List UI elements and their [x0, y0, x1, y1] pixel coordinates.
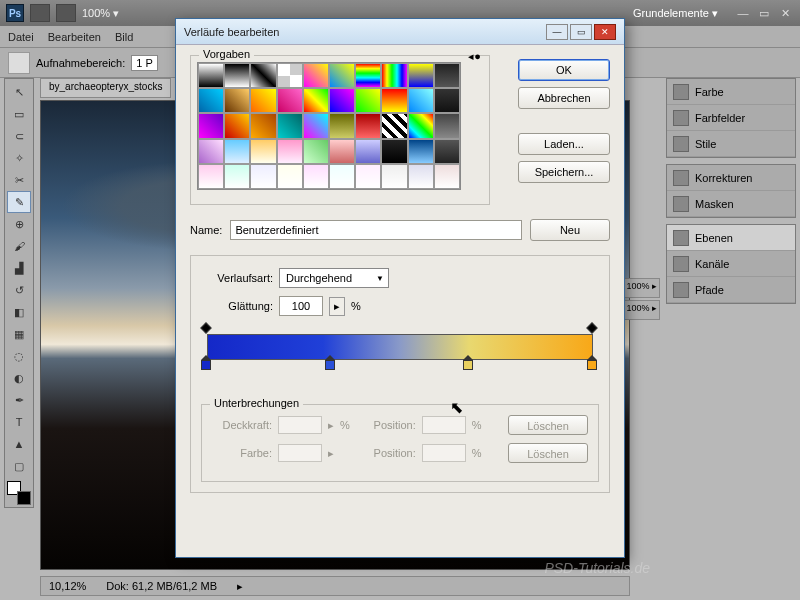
cancel-button[interactable]: Abbrechen — [518, 87, 610, 109]
gradient-preset[interactable] — [250, 139, 276, 164]
minimize-button[interactable]: — — [736, 7, 750, 19]
menu-edit[interactable]: Bearbeiten — [48, 31, 101, 43]
gradient-preset[interactable] — [303, 113, 329, 138]
gradient-preset[interactable] — [408, 164, 434, 189]
doc-info[interactable]: Dok: 61,2 MB/61,2 MB — [106, 580, 217, 592]
status-arrow-icon[interactable]: ▸ — [237, 580, 243, 593]
menu-image[interactable]: Bild — [115, 31, 133, 43]
gradient-preset[interactable] — [224, 113, 250, 138]
gradient-preset[interactable] — [408, 63, 434, 88]
color-stop[interactable] — [325, 360, 337, 374]
workspace-switcher[interactable]: Grundelemente ▾ — [633, 7, 718, 20]
gradient-preset[interactable] — [329, 63, 355, 88]
type-tool[interactable]: T — [7, 411, 31, 433]
zoom-display[interactable]: 100% ▾ — [82, 7, 119, 20]
sample-value[interactable]: 1 P — [131, 55, 158, 71]
ok-button[interactable]: OK — [518, 59, 610, 81]
gradient-preset[interactable] — [224, 88, 250, 113]
panel-adjustments[interactable]: Korrekturen — [667, 165, 795, 191]
gradient-preset[interactable] — [303, 139, 329, 164]
load-button[interactable]: Laden... — [518, 133, 610, 155]
name-input[interactable] — [230, 220, 522, 240]
save-button[interactable]: Speichern... — [518, 161, 610, 183]
dialog-titlebar[interactable]: Verläufe bearbeiten — ▭ ✕ — [176, 19, 624, 45]
gradient-preset[interactable] — [277, 63, 303, 88]
panel-paths[interactable]: Pfade — [667, 277, 795, 303]
dialog-maximize-button[interactable]: ▭ — [570, 24, 592, 40]
stamp-tool[interactable]: ▟ — [7, 257, 31, 279]
gradient-preset[interactable] — [408, 88, 434, 113]
presets-grid[interactable] — [197, 62, 461, 190]
gradient-preset[interactable] — [355, 164, 381, 189]
type-select[interactable]: Durchgehend — [279, 268, 389, 288]
dialog-close-button[interactable]: ✕ — [594, 24, 616, 40]
move-tool[interactable]: ↖ — [7, 81, 31, 103]
gradient-preset[interactable] — [355, 88, 381, 113]
gradient-preset[interactable] — [224, 164, 250, 189]
dialog-minimize-button[interactable]: — — [546, 24, 568, 40]
gradient-preset[interactable] — [434, 88, 460, 113]
gradient-preset[interactable] — [277, 88, 303, 113]
gradient-preset[interactable] — [381, 63, 407, 88]
shape-tool[interactable]: ▢ — [7, 455, 31, 477]
panel-masks[interactable]: Masken — [667, 191, 795, 217]
gradient-preset[interactable] — [198, 164, 224, 189]
color-swatches[interactable] — [7, 481, 31, 505]
maximize-button[interactable]: ▭ — [757, 7, 771, 20]
opacity-stop[interactable] — [202, 324, 212, 334]
gradient-preset[interactable] — [277, 164, 303, 189]
history-brush-tool[interactable]: ↺ — [7, 279, 31, 301]
gradient-preset[interactable] — [329, 164, 355, 189]
color-stop[interactable] — [201, 360, 213, 374]
panel-channels[interactable]: Kanäle — [667, 251, 795, 277]
gradient-preset[interactable] — [434, 164, 460, 189]
gradient-preset[interactable] — [277, 139, 303, 164]
color-stop[interactable] — [587, 360, 599, 374]
gradient-preset[interactable] — [303, 63, 329, 88]
tool-preset-icon[interactable] — [8, 52, 30, 74]
crop-tool[interactable]: ✂ — [7, 169, 31, 191]
gradient-preset[interactable] — [434, 139, 460, 164]
gradient-preset[interactable] — [198, 63, 224, 88]
gradient-preset[interactable] — [329, 139, 355, 164]
gradient-preset[interactable] — [250, 113, 276, 138]
presets-menu-icon[interactable]: ◂● — [468, 50, 481, 63]
gradient-preset[interactable] — [355, 139, 381, 164]
close-button[interactable]: ✕ — [778, 7, 792, 20]
panel-layers[interactable]: Ebenen — [667, 225, 795, 251]
gradient-preset[interactable] — [198, 88, 224, 113]
gradient-bar[interactable] — [207, 334, 593, 386]
bridge-button[interactable] — [30, 4, 50, 22]
gradient-preset[interactable] — [381, 113, 407, 138]
gradient-preset[interactable] — [381, 88, 407, 113]
new-button[interactable]: Neu — [530, 219, 610, 241]
gradient-preset[interactable] — [198, 113, 224, 138]
lasso-tool[interactable]: ⊂ — [7, 125, 31, 147]
gradient-preset[interactable] — [434, 113, 460, 138]
gradient-preset[interactable] — [198, 139, 224, 164]
gradient-preset[interactable] — [250, 164, 276, 189]
gradient-preset[interactable] — [408, 113, 434, 138]
color-stop[interactable] — [463, 360, 475, 374]
blur-tool[interactable]: ◌ — [7, 345, 31, 367]
gradient-preset[interactable] — [250, 63, 276, 88]
gradient-preset[interactable] — [329, 113, 355, 138]
path-select-tool[interactable]: ▲ — [7, 433, 31, 455]
panel-color[interactable]: Farbe — [667, 79, 795, 105]
gradient-preset[interactable] — [355, 63, 381, 88]
brush-tool[interactable]: 🖌 — [7, 235, 31, 257]
gradient-tool[interactable]: ▦ — [7, 323, 31, 345]
document-tab[interactable]: by_archaeopteryx_stocks — [40, 78, 171, 98]
gradient-preset[interactable] — [381, 164, 407, 189]
gradient-preview[interactable] — [207, 334, 593, 360]
gradient-preset[interactable] — [303, 164, 329, 189]
smooth-input[interactable] — [279, 296, 323, 316]
gradient-preset[interactable] — [277, 113, 303, 138]
gradient-preset[interactable] — [381, 139, 407, 164]
gradient-preset[interactable] — [303, 88, 329, 113]
gradient-preset[interactable] — [224, 139, 250, 164]
gradient-preset[interactable] — [329, 88, 355, 113]
wand-tool[interactable]: ✧ — [7, 147, 31, 169]
pen-tool[interactable]: ✒ — [7, 389, 31, 411]
panel-swatches[interactable]: Farbfelder — [667, 105, 795, 131]
